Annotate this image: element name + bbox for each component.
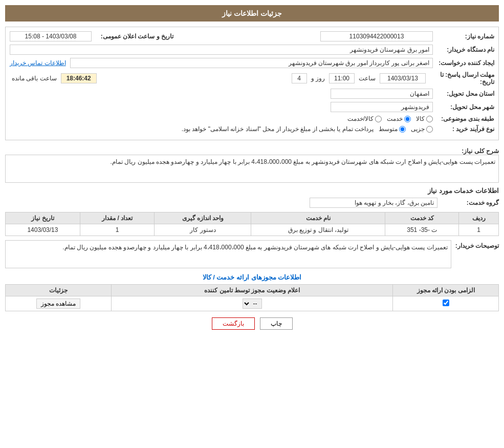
- cell-code: ت -35- 351: [385, 224, 459, 236]
- service-group-label: گروه خدمت:: [437, 199, 499, 206]
- need-number-row: شماره نیاز: 1103094422000013 تاریخ و ساع…: [10, 31, 494, 41]
- city-row: شهر محل تحویل: فریدونشهر: [10, 102, 494, 112]
- col-unit: واحد اندازه گیری: [155, 212, 251, 224]
- view-license-button[interactable]: مشاهده مجوز: [36, 298, 80, 309]
- deadline-remaining-label: ساعت باقی مانده: [10, 75, 59, 82]
- province-row: استان محل تحویل: اصفهان: [10, 89, 494, 99]
- need-number-label: شماره نیاز:: [433, 33, 494, 40]
- contact-link[interactable]: اطلاعات تماس خریدار: [10, 59, 66, 67]
- process-note: پرداخت تمام یا بخشی از مبلغ خریدار از مح…: [182, 125, 374, 133]
- radio-motavaset-label: متوسط: [379, 125, 398, 133]
- buyer-org-row: نام دستگاه خریدار: امور برق شهرستان فرید…: [10, 45, 494, 55]
- radio-jozi-label: جزیی: [411, 125, 425, 133]
- process-type-row: نوع فرآیند خرید : جزیی متوسط پرداخت تمام…: [10, 125, 494, 133]
- city-value: فریدونشهر: [331, 102, 433, 112]
- print-button[interactable]: چاپ: [260, 317, 293, 330]
- deadline-day-label: روز و: [309, 75, 327, 82]
- buyer-notes-row: توصیحات خریدار: تعمیرات پست هوایی-پایش و…: [5, 240, 499, 268]
- province-value: اصفهان: [331, 89, 433, 99]
- deadline-row: مهلت ارسال پاسخ: تا تاریخ: 1403/03/13 سا…: [10, 71, 494, 86]
- cell-date: 1403/03/13: [6, 224, 80, 236]
- buyer-org-value: امور برق شهرستان فریدونشهر: [10, 45, 433, 55]
- action-buttons: چاپ بازگشت: [5, 317, 499, 330]
- services-section-title: اطلاعات خدمات مورد نیاز: [5, 187, 499, 195]
- cell-unit: دستور کار: [155, 224, 251, 236]
- general-desc-label: شرح کلی نیاز:: [453, 145, 499, 155]
- service-group-value: تامین برق، گاز، بخار و تهویه هوا: [310, 198, 437, 208]
- province-label: استان محل تحویل:: [433, 90, 494, 97]
- general-desc-value: تعمیرات پست هوایی-پایش و اصلاح ارت شبکه …: [5, 155, 499, 183]
- radio-kala-khedmat-input[interactable]: [375, 116, 382, 122]
- col-code: کد خدمت: [385, 212, 459, 224]
- table-row: 1ت -35- 351تولید، انتقال و توزیع برقدستو…: [6, 224, 499, 236]
- col-row: ردیف: [459, 212, 499, 224]
- buyer-org-label: نام دستگاه خریدار:: [433, 46, 494, 53]
- creator-label: ایجاد کننده درخواست:: [433, 59, 494, 67]
- need-number-value: 1103094422000013: [320, 31, 433, 41]
- deadline-clock: 18:46:42: [61, 73, 97, 83]
- col-count: تعداد / مقدار: [80, 212, 155, 224]
- process-radio-group: جزیی متوسط: [379, 125, 433, 133]
- radio-kala-input[interactable]: [426, 116, 433, 122]
- license-required-cell: [393, 296, 499, 311]
- buyer-notes-value: تعمیرات پست هوایی-پایش و اصلاح ارت شبکه …: [5, 240, 451, 268]
- radio-kala-khedmat: کالا/خدمت: [347, 115, 382, 122]
- services-table: ردیف کد خدمت نام خدمت واحد اندازه گیری ت…: [5, 212, 499, 236]
- radio-khedmat-input[interactable]: [404, 116, 411, 122]
- radio-kala-khedmat-label: کالا/خدمت: [347, 115, 374, 122]
- page-header: جزئیات اطلاعات نیاز: [5, 5, 499, 22]
- license-col-required: الزامی بودن ارائه مجوز: [393, 285, 499, 296]
- radio-jozi-input[interactable]: [426, 126, 433, 133]
- radio-khedmat-label: خدمت: [387, 115, 403, 122]
- general-desc-row: شرح کلی نیاز: تعمیرات پست هوایی-پایش و ا…: [5, 145, 499, 183]
- radio-kala: کالا: [416, 115, 433, 122]
- cell-row: 1: [459, 224, 499, 236]
- category-label: طبقه بندی موضوعی:: [433, 115, 494, 122]
- buyer-notes-label: توصیحات خریدار:: [451, 240, 499, 249]
- datetime-value: 1403/03/08 - 15:08: [10, 31, 92, 41]
- creator-row: ایجاد کننده درخواست: اصغر براتی پور کارب…: [10, 58, 494, 68]
- license-row: -- مشاهده مجوز: [6, 296, 499, 311]
- license-table: الزامی بودن ارائه مجوز اعلام وضعیت مجوز …: [5, 284, 499, 311]
- process-type-label: نوع فرآیند خرید :: [433, 125, 494, 133]
- col-date: تاریخ نیاز: [6, 212, 80, 224]
- license-status-cell: --: [111, 296, 393, 311]
- creator-value: اصغر براتی پور کاربرداز امور برق شهرستان…: [70, 58, 433, 68]
- deadline-time-label: ساعت: [357, 75, 378, 82]
- page-title: جزئیات اطلاعات نیاز: [222, 9, 282, 17]
- deadline-time: 11:00: [329, 73, 355, 83]
- radio-khedmat: خدمت: [387, 115, 411, 122]
- license-required-checkbox[interactable]: [443, 300, 449, 306]
- radio-motavaset-input[interactable]: [399, 126, 406, 133]
- cell-name: تولید، انتقال و توزیع برق: [251, 224, 385, 236]
- license-status-select[interactable]: --: [243, 298, 262, 309]
- deadline-date: 1403/03/13: [380, 73, 426, 83]
- license-section-title: اطلاعات مجوزهای ارائه خدمت / کالا: [5, 273, 499, 281]
- radio-motavaset: متوسط: [379, 125, 406, 133]
- radio-jozi: جزیی: [411, 125, 433, 133]
- col-name: نام خدمت: [251, 212, 385, 224]
- service-group-row: گروه خدمت: تامین برق، گاز، بخار و تهویه …: [5, 198, 499, 208]
- license-col-details: جزئیات: [6, 285, 112, 296]
- license-col-status: اعلام وضعیت مجوز توسط تامین کننده: [111, 285, 393, 296]
- category-radio-group: کالا خدمت کالا/خدمت: [347, 115, 433, 122]
- cell-count: 1: [80, 224, 155, 236]
- deadline-label: مهلت ارسال پاسخ: تا تاریخ:: [428, 71, 494, 86]
- deadline-day: 4: [292, 73, 307, 83]
- license-detail-cell: مشاهده مجوز: [6, 296, 112, 311]
- category-row: طبقه بندی موضوعی: کالا خدمت کالا/خدمت: [10, 115, 494, 122]
- back-button[interactable]: بازگشت: [212, 317, 255, 330]
- main-info-section: شماره نیاز: 1103094422000013 تاریخ و ساع…: [5, 27, 499, 140]
- datetime-label: تاریخ و ساعت اعلان عمومی:: [92, 33, 173, 40]
- city-label: شهر محل تحویل:: [433, 103, 494, 111]
- radio-kala-label: کالا: [416, 115, 425, 122]
